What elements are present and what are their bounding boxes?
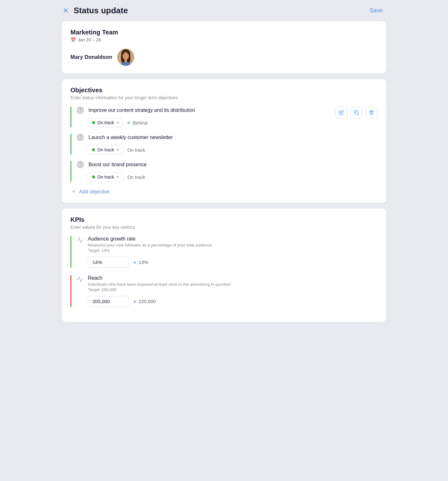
chevron-down-icon-2: ▾ <box>117 148 119 152</box>
kpi-double-chevron-1: « <box>133 259 136 265</box>
header: ✕ Status update Save <box>57 0 391 21</box>
kpi-icon-1 <box>76 237 83 245</box>
objective-item-2: Launch a weekly customer newsletter On t… <box>70 134 378 155</box>
svg-point-18 <box>80 164 81 165</box>
objective-header-2: Launch a weekly customer newsletter <box>76 134 378 141</box>
status-dot-2 <box>92 148 95 151</box>
member-name: Mary Donaldson <box>70 54 112 60</box>
kpi-prev-value-2: 225,000 <box>139 299 156 304</box>
kpi-name-1: Audience growth rate <box>88 236 378 242</box>
kpis-title: KPIs <box>70 216 378 223</box>
calendar-icon: 📅 <box>70 37 76 42</box>
page-container: ✕ Status update Save Marketing Team 📅 Ja… <box>57 0 391 481</box>
objective-item-1: Improve our content strategy and its dis… <box>70 107 335 127</box>
kpi-target-1: Target: 14% <box>88 248 378 253</box>
kpi-target-2: Target: 250,000 <box>88 287 378 292</box>
delete-button[interactable] <box>366 107 378 119</box>
kpi-info-1: Audience growth rate Measures your new f… <box>88 236 378 253</box>
action-icons <box>335 107 378 119</box>
status-dot-1 <box>92 121 95 124</box>
prev-label-2: On track <box>127 147 145 153</box>
kpi-controls-1: « 13% <box>88 257 378 268</box>
prev-value-3: On track <box>127 174 145 180</box>
chevron-down-icon-1: ▾ <box>117 121 119 125</box>
svg-rect-10 <box>356 112 359 115</box>
kpi-prev-value-1: 13% <box>139 259 148 265</box>
kpi-header-2: Reach Individuals who have been exposed … <box>76 275 378 292</box>
status-dot-3 <box>92 175 95 179</box>
team-member: Mary Donaldson <box>70 49 378 66</box>
objective-header-3: Boost our brand presence <box>76 161 378 168</box>
svg-point-13 <box>80 137 81 138</box>
prev-value-1: « Behind <box>127 120 148 125</box>
kpi-header-1: Audience growth rate Measures your new f… <box>76 236 378 253</box>
kpi-value-input-2[interactable] <box>88 296 129 307</box>
objective-controls-2: On track ▾ On track <box>88 145 378 155</box>
svg-rect-4 <box>124 59 127 62</box>
kpi-prev-1: « 13% <box>133 259 148 265</box>
objective-item-1-row: Improve our content strategy and its dis… <box>70 107 378 134</box>
prev-label-3: On track <box>127 174 145 180</box>
objectives-title: Objectives <box>70 87 378 94</box>
prev-value-2: On track <box>127 147 145 153</box>
add-objective-label: Add objective <box>79 189 110 195</box>
avatar <box>117 49 134 66</box>
objective-controls-3: On track ▾ On track <box>88 172 378 182</box>
header-left: ✕ Status update <box>63 6 128 15</box>
kpi-controls-2: « 225,000 <box>88 296 378 307</box>
team-name: Marketing Team <box>70 29 378 36</box>
status-label-3: On track <box>97 174 114 180</box>
status-badge-3[interactable]: On track ▾ <box>88 172 123 182</box>
edit-button[interactable] <box>335 107 347 119</box>
chevron-down-icon-3: ▾ <box>117 175 119 179</box>
status-badge-1[interactable]: On track ▾ <box>88 118 123 127</box>
objective-header-1: Improve our content strategy and its dis… <box>76 107 335 114</box>
team-date: 📅 Jan 20 – 26 <box>70 37 378 42</box>
page-title: Status update <box>74 6 128 15</box>
kpi-info-2: Reach Individuals who have been exposed … <box>88 275 378 292</box>
close-icon[interactable]: ✕ <box>63 7 69 14</box>
svg-point-3 <box>123 53 129 60</box>
add-plus-icon: + <box>72 188 76 195</box>
kpis-subtitle: Enter values for your key metrics <box>70 225 378 230</box>
objective-item-3: Boost our brand presence On track ▾ On t… <box>70 161 378 182</box>
objectives-card: Objectives Enter status information for … <box>62 79 386 203</box>
objective-icon-1 <box>76 107 84 114</box>
kpi-double-chevron-2: « <box>133 299 136 304</box>
duplicate-button[interactable] <box>350 107 362 119</box>
objective-controls-1: On track ▾ « Behind <box>88 118 335 127</box>
kpi-icon-2 <box>76 276 83 284</box>
kpi-desc-2: Individuals who have been exposed at lea… <box>88 282 378 287</box>
save-button[interactable]: Save <box>370 7 383 14</box>
kpi-name-2: Reach <box>88 275 378 281</box>
objective-title-2: Launch a weekly customer newsletter <box>88 135 173 140</box>
team-card: Marketing Team 📅 Jan 20 – 26 Mary Donald… <box>62 21 386 73</box>
objective-title-3: Boost our brand presence <box>88 162 147 167</box>
objectives-subtitle: Enter status information for your longer… <box>70 95 378 100</box>
objective-icon-3 <box>76 161 84 168</box>
kpi-prev-2: « 225,000 <box>133 299 156 304</box>
svg-point-7 <box>80 110 81 111</box>
prev-label-1: Behind <box>133 120 148 125</box>
status-badge-2[interactable]: On track ▾ <box>88 145 123 155</box>
kpi-desc-1: Measures your new followers as a percent… <box>88 243 378 247</box>
kpi-value-input-1[interactable] <box>88 257 129 268</box>
status-label-1: On track <box>97 120 114 125</box>
kpi-item-1: Audience growth rate Measures your new f… <box>70 236 378 268</box>
objective-left-1: Improve our content strategy and its dis… <box>70 107 335 134</box>
date-range: Jan 20 – 26 <box>78 37 101 42</box>
status-label-2: On track <box>97 147 114 152</box>
objective-title-1: Improve our content strategy and its dis… <box>88 107 195 113</box>
kpi-item-2: Reach Individuals who have been exposed … <box>70 275 378 307</box>
objective-icon-2 <box>76 134 84 141</box>
double-chevron-icon-1: « <box>127 120 130 125</box>
add-objective-button[interactable]: + Add objective <box>70 188 378 195</box>
kpis-card: KPIs Enter values for your key metrics A… <box>62 209 386 322</box>
